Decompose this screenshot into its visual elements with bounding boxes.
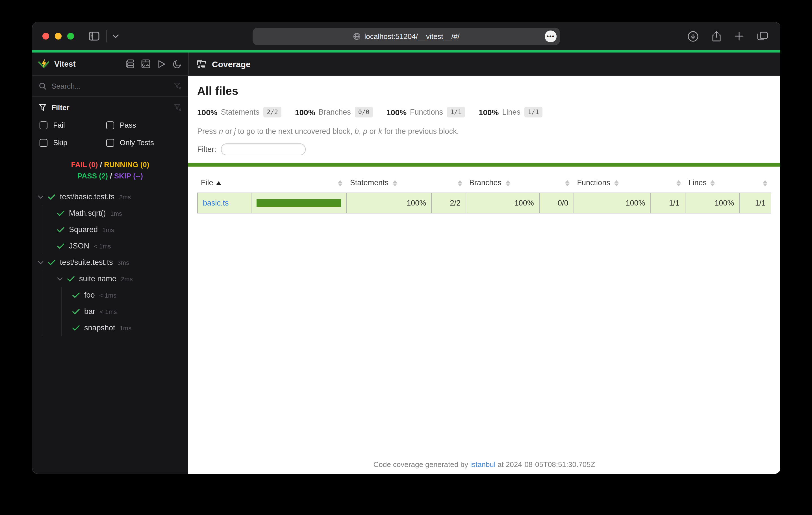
checkbox-icon[interactable] (39, 121, 48, 129)
pass-check-icon (67, 276, 75, 281)
col-statements-raw[interactable] (431, 174, 466, 193)
sorter-icon[interactable] (457, 180, 463, 187)
filter-checkbox-fail[interactable]: Fail (39, 121, 106, 129)
filter-checkbox-only-tests[interactable]: Only Tests (106, 138, 181, 147)
filter-section: Filter Fail (32, 96, 188, 151)
filter-checkbox-pass[interactable]: Pass (106, 121, 181, 129)
stat-branches: 100% Branches 0/0 (295, 107, 373, 117)
sidebar-toggle-icon[interactable] (89, 32, 99, 41)
chevron-down-icon[interactable] (112, 34, 119, 38)
skip-count: SKIP (--) (114, 172, 143, 180)
fraction-badge: 1/1 (524, 107, 543, 117)
share-icon[interactable] (712, 31, 721, 41)
app-title: Vitest (54, 59, 76, 68)
tree-item-suite[interactable]: suite name 2ms (42, 271, 188, 287)
running-count: RUNNING (0) (104, 160, 149, 169)
istanbul-link[interactable]: istanbul (470, 460, 496, 469)
dark-mode-moon-icon[interactable] (173, 60, 181, 68)
pass-check-icon (72, 292, 80, 298)
tree-item-file[interactable]: test/basic.test.ts 2ms (32, 189, 188, 205)
browser-window: localhost:51204/__vitest__/#/ ••• (32, 22, 780, 474)
coverage-status-line (188, 163, 780, 166)
sort-ascending-icon (217, 182, 221, 185)
tree-item-test[interactable]: Squared 1ms (42, 221, 188, 238)
sorter-icon[interactable] (338, 180, 343, 187)
file-link[interactable]: basic.ts (203, 199, 229, 207)
table-header-row: File Statements Branches Functions Lines (198, 174, 771, 193)
new-tab-icon[interactable] (734, 32, 744, 41)
col-statements[interactable]: Statements (347, 174, 431, 193)
duration: 1ms (111, 210, 122, 217)
tab-overview-icon[interactable] (757, 31, 768, 41)
filter-checkbox-skip[interactable]: Skip (39, 138, 106, 147)
col-lines-raw[interactable] (740, 174, 771, 193)
checkbox-icon[interactable] (106, 139, 114, 147)
sorter-icon[interactable] (505, 180, 511, 187)
lines-frac-cell: 1/1 (740, 193, 771, 213)
col-functions-raw[interactable] (651, 174, 685, 193)
run-all-icon[interactable] (158, 60, 166, 68)
keyboard-shortcuts-hint: Press n or j to go to the next uncovered… (197, 127, 771, 135)
functions-pct-cell: 100% (574, 193, 651, 213)
stat-lines: 100% Lines 1/1 (478, 107, 543, 117)
sorter-icon[interactable] (762, 180, 767, 187)
tests-tree-view-icon[interactable] (125, 59, 134, 68)
tree-item-test[interactable]: JSON < 1ms (42, 238, 188, 254)
search-input[interactable] (51, 82, 168, 90)
close-window-button[interactable] (42, 33, 49, 39)
checkbox-icon[interactable] (106, 121, 114, 129)
fraction-badge: 1/1 (447, 107, 465, 117)
url-text: localhost:51204/__vitest__/#/ (365, 32, 460, 41)
zoom-window-button[interactable] (67, 33, 74, 39)
clear-filters-icon[interactable] (173, 104, 181, 111)
tree-item-test[interactable]: snapshot 1ms (62, 320, 188, 336)
chevron-down-icon[interactable] (57, 277, 63, 280)
toolbar-divider (106, 30, 107, 42)
col-pic[interactable] (252, 174, 347, 193)
chevron-down-icon[interactable] (38, 195, 44, 199)
sidebar-actions (125, 59, 181, 68)
tree-item-file[interactable]: test/suite.test.ts 3ms (32, 254, 188, 271)
toolbar-right-actions (688, 31, 780, 41)
statements-pct-cell: 100% (347, 193, 431, 213)
duration: 2ms (121, 275, 133, 282)
downloads-icon[interactable] (688, 31, 698, 41)
fraction-badge: 2/2 (263, 107, 282, 117)
file-cell: basic.ts (198, 193, 252, 213)
lines-pct-cell: 100% (685, 193, 740, 213)
screen: localhost:51204/__vitest__/#/ ••• (0, 0, 812, 515)
browser-toolbar: localhost:51204/__vitest__/#/ ••• (32, 22, 780, 50)
col-lines[interactable]: Lines (685, 174, 740, 193)
filter-title: Filter (51, 103, 69, 112)
tree-item-test[interactable]: bar < 1ms (62, 303, 188, 320)
fail-count: FAIL (0) (71, 160, 98, 169)
col-branches-raw[interactable] (539, 174, 574, 193)
sorter-icon[interactable] (614, 180, 619, 187)
tree-item-test[interactable]: foo < 1ms (62, 287, 188, 303)
page-settings-button[interactable]: ••• (545, 30, 557, 42)
globe-icon (353, 33, 360, 40)
coverage-footer: Code coverage generated by istanbul at 2… (188, 460, 780, 469)
coverage-bar-chart (257, 199, 341, 207)
col-file[interactable]: File (198, 174, 252, 193)
coverage-stats: 100% Statements 2/2 100% Branches 0/0 10… (197, 107, 771, 117)
vitest-sidebar: Vitest (32, 53, 188, 474)
duration: 3ms (118, 259, 129, 266)
sorter-icon[interactable] (710, 180, 716, 187)
clear-search-filter-icon[interactable] (173, 82, 181, 90)
stat-functions: 100% Functions 1/1 (386, 107, 465, 117)
sorter-icon[interactable] (566, 180, 571, 187)
chevron-down-icon[interactable] (38, 261, 44, 264)
minimize-window-button[interactable] (55, 33, 62, 39)
sorter-icon[interactable] (676, 180, 682, 187)
pass-check-icon (57, 210, 64, 216)
col-branches[interactable]: Branches (466, 174, 539, 193)
coverage-filter-input[interactable] (221, 144, 306, 155)
address-bar[interactable]: localhost:51204/__vitest__/#/ ••• (253, 28, 560, 45)
tree-item-test[interactable]: Math.sqrt() 1ms (42, 205, 188, 221)
sidebar-header: Vitest (32, 53, 188, 76)
checkbox-icon[interactable] (39, 139, 48, 147)
col-functions[interactable]: Functions (574, 174, 651, 193)
sorter-icon[interactable] (393, 180, 398, 187)
dashboard-report-icon[interactable] (141, 59, 150, 68)
